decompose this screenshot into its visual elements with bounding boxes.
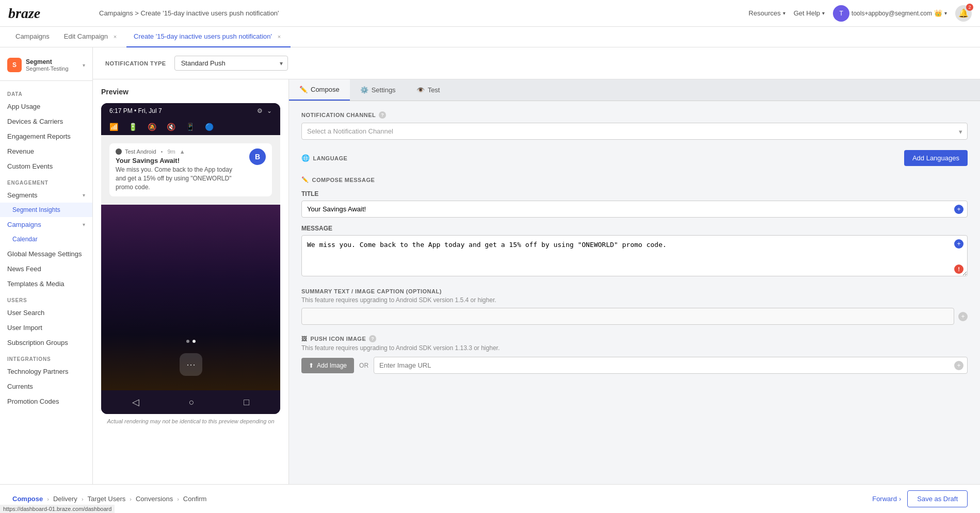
image-url-wrapper: + xyxy=(374,357,968,374)
sidebar-section-engagement: ENGAGEMENT xyxy=(0,174,92,188)
sidebar-section-users: USERS xyxy=(0,291,92,305)
sidebar-item-promotion-codes[interactable]: Promotion Codes xyxy=(0,394,92,409)
save-draft-button[interactable]: Save as Draft xyxy=(907,490,968,507)
tab-settings[interactable]: ⚙️ Settings xyxy=(350,79,406,101)
summary-input[interactable] xyxy=(301,308,954,325)
sidebar-item-custom-events[interactable]: Custom Events xyxy=(0,159,92,174)
language-row: 🌐 LANGUAGE Add Languages xyxy=(301,150,968,166)
battery-icon: 🔋 xyxy=(128,123,137,131)
phone-dots xyxy=(186,340,196,343)
info-icon[interactable]: ? xyxy=(379,111,386,119)
bottom-actions: Forward › Save as Draft xyxy=(872,490,968,507)
close-icon[interactable]: × xyxy=(111,32,119,41)
push-icon-section: 🖼 PUSH ICON IMAGE ? This feature require… xyxy=(301,335,968,374)
notification-bell[interactable]: 🔔 2 xyxy=(955,5,972,22)
image-icon: 🖼 xyxy=(301,336,308,342)
step-confirm[interactable]: Confirm xyxy=(183,495,207,503)
sidebar-item-news-feed[interactable]: News Feed xyxy=(0,261,92,276)
bluetooth-icon: 🔵 xyxy=(205,123,214,131)
title-plus-button[interactable]: + xyxy=(954,205,963,214)
back-icon: ◁ xyxy=(132,396,139,408)
sidebar-item-subscription-groups[interactable]: Subscription Groups xyxy=(0,335,92,350)
sidebar-item-currents[interactable]: Currents xyxy=(0,379,92,394)
forward-button[interactable]: Forward › xyxy=(872,495,901,503)
step-compose[interactable]: Compose xyxy=(12,495,43,503)
info-icon[interactable]: ? xyxy=(369,335,376,342)
add-languages-button[interactable]: Add Languages xyxy=(904,150,968,166)
message-textarea[interactable]: We miss you. Come back to the App today … xyxy=(301,235,968,276)
phone-time: 6:17 PM • Fri, Jul 7 xyxy=(109,107,162,114)
dot-1 xyxy=(186,340,189,343)
push-icon-label: 🖼 PUSH ICON IMAGE ? xyxy=(301,335,968,342)
notif-body: We miss you. Come back to the App today … xyxy=(116,166,244,191)
sidebar-item-user-search[interactable]: User Search xyxy=(0,305,92,320)
close-icon[interactable]: × xyxy=(275,32,283,41)
breadcrumb: Campaigns > Create '15-day inactive user… xyxy=(99,9,741,17)
sidebar-item-user-import[interactable]: User Import xyxy=(0,320,92,335)
workspace-sub: Segment-Testing xyxy=(26,65,69,72)
notification-type-label: NOTIFICATION TYPE xyxy=(105,60,166,67)
mute-icon: 🔇 xyxy=(167,123,175,131)
step-arrow-1: › xyxy=(47,496,49,502)
gear-icon: ⚙️ xyxy=(360,86,368,94)
step-conversions[interactable]: Conversions xyxy=(136,495,173,503)
silent-icon: 🔕 xyxy=(148,123,156,131)
sidebar-item-app-usage[interactable]: App Usage xyxy=(0,99,92,114)
content-area: NOTIFICATION TYPE Standard Push Slideup … xyxy=(93,47,980,484)
step-delivery[interactable]: Delivery xyxy=(53,495,77,503)
notification-card: Test Android • 9m ▲ Your Savings Await! … xyxy=(109,143,272,196)
notification-type-select-wrapper: Standard Push Slideup In-App Message Mod… xyxy=(174,56,288,71)
user-menu-button[interactable]: T tools+appboy@segment.com 👑 ▾ xyxy=(833,5,947,22)
summary-plus-button[interactable]: + xyxy=(958,312,968,321)
step-target-users[interactable]: Target Users xyxy=(88,495,126,503)
push-icon-input-row: ⬆ Add Image OR + xyxy=(301,357,968,374)
sidebar-item-revenue[interactable]: Revenue xyxy=(0,144,92,159)
image-url-input[interactable] xyxy=(374,357,968,374)
sidebar-item-devices-carriers[interactable]: Devices & Carriers xyxy=(0,114,92,129)
sidebar-item-segment-insights[interactable]: Segment Insights xyxy=(0,203,92,217)
tab-campaigns[interactable]: Campaigns xyxy=(8,27,57,47)
notif-title: Your Savings Await! xyxy=(116,157,244,164)
chevron-down-icon: ▾ xyxy=(83,62,85,68)
step-arrow-2: › xyxy=(82,496,84,502)
title-input-wrapper: + xyxy=(301,201,968,218)
avatar: T xyxy=(833,5,849,22)
image-url-plus-button[interactable]: + xyxy=(954,361,963,370)
tab-edit-campaign[interactable]: Edit Campaign × xyxy=(57,27,126,47)
add-image-button[interactable]: ⬆ Add Image xyxy=(301,358,354,373)
upload-icon: ⬆ xyxy=(309,362,314,369)
workspace-selector[interactable]: S Segment Segment-Testing ▾ xyxy=(0,54,92,81)
sidebar-item-calendar[interactable]: Calendar xyxy=(0,232,92,246)
compose-message-section: ✏️ COMPOSE MESSAGE TITLE + xyxy=(301,176,968,278)
message-plus-button[interactable]: + xyxy=(954,239,963,249)
notification-count-badge: 2 xyxy=(966,4,973,11)
main-layout: S Segment Segment-Testing ▾ DATA App Usa… xyxy=(0,47,980,484)
workspace-icon: S xyxy=(7,58,22,72)
phone-background: ⋯ xyxy=(101,205,280,390)
sidebar-item-global-message-settings[interactable]: Global Message Settings xyxy=(0,246,92,261)
notification-channel-select[interactable]: Select a Notification Channel xyxy=(301,123,968,140)
tab-create-push[interactable]: Create '15-day inactive users push notif… xyxy=(126,27,291,47)
preview-caption: Actual rendering may not be identical to… xyxy=(101,418,280,424)
notification-channel-label: NOTIFICATION CHANNEL ? xyxy=(301,111,968,119)
resources-button[interactable]: Resources ▾ xyxy=(749,9,785,17)
app-icon xyxy=(116,148,122,155)
sidebar-item-technology-partners[interactable]: Technology Partners xyxy=(0,364,92,379)
title-field-container: TITLE + xyxy=(301,190,968,218)
sidebar-item-segments[interactable]: Segments ▾ xyxy=(0,188,92,203)
notification-type-select[interactable]: Standard Push Slideup In-App Message Mod… xyxy=(174,56,288,71)
tab-compose[interactable]: ✏️ Compose xyxy=(289,79,350,101)
sidebar-item-templates-media[interactable]: Templates & Media xyxy=(0,276,92,291)
home-icon: ○ xyxy=(189,397,195,408)
sidebar-section-data: DATA xyxy=(0,85,92,99)
notification-channel-select-wrapper: Select a Notification Channel ▾ xyxy=(301,123,968,140)
sidebar-item-engagement-reports[interactable]: Engagement Reports xyxy=(0,129,92,144)
get-help-button[interactable]: Get Help ▾ xyxy=(794,9,825,17)
compose-content: NOTIFICATION CHANNEL ? Select a Notifica… xyxy=(289,101,980,394)
title-input[interactable] xyxy=(301,201,968,218)
step-arrow-4: › xyxy=(177,496,179,502)
grid-icon: ⋯ xyxy=(186,359,196,370)
tab-test[interactable]: 👁️ Test xyxy=(406,79,451,101)
sidebar-item-campaigns[interactable]: Campaigns ▾ xyxy=(0,217,92,232)
dot-2 xyxy=(192,340,196,343)
